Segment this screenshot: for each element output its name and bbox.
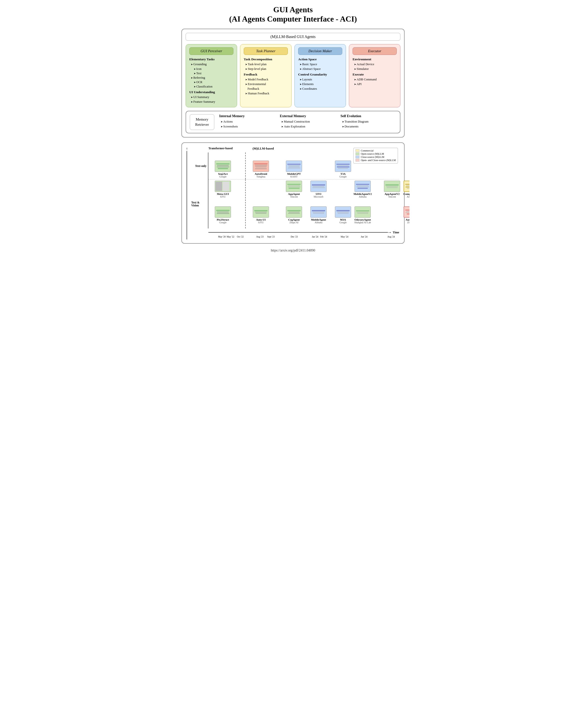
- col-task-planner-section1: Task Decomposition Task-level plan Step-…: [244, 57, 288, 71]
- divider-text-only: [245, 153, 246, 179]
- actual-device-item: Actual Device: [354, 62, 397, 67]
- col-task-planner-section2: Feedback Model Feedback Environmental Fe…: [244, 73, 288, 96]
- appagent-thumb: [286, 181, 302, 192]
- y-axis: ↑: [184, 147, 189, 239]
- odysseyagent-org: Shanghai AI Lab: [354, 221, 371, 224]
- time-feb24: Feb '24: [320, 236, 327, 238]
- agent-appagentv2: AppAgentV2 Tencent: [382, 181, 402, 198]
- legend-close-source: Close-source (M)LLM: [356, 156, 396, 158]
- agent-ufo: UFO Microsoft: [309, 181, 328, 198]
- control-granularity-title: Control Granularity: [298, 73, 342, 76]
- legend-box: Commercial Open-source (M)LLM Close-sour…: [353, 148, 398, 163]
- text-vision-row: Meta-GUI SJTU Pix2Struct Google: [208, 179, 399, 229]
- mllm-title-label: (M)LLM-Based GUI Agents: [186, 33, 400, 41]
- time-jan24: Jan '24: [312, 236, 318, 238]
- m3a-org: Google: [339, 221, 347, 224]
- autodroid-thumb: [253, 160, 269, 172]
- seq2act-name: Seq2Act: [218, 172, 228, 175]
- internal-memory-section: Internal Memory Actions Screenshots: [219, 114, 275, 129]
- four-columns: GUI Perceiver Elementary Tasks Grounding…: [186, 44, 400, 107]
- task-decomposition-title: Task Decomposition: [244, 57, 288, 61]
- legend-label-open-source: Open-source (M)LLM: [361, 153, 384, 155]
- environment-title: Environment: [353, 57, 397, 61]
- mobilegpt-org: KAIST: [290, 175, 298, 178]
- col-executor-section1: Environment Actual Device Simulator: [353, 57, 397, 71]
- odysseyagent-name: OdysseyAgent: [354, 218, 371, 221]
- page-url: https://arxiv.org/pdf/2411.04890: [181, 249, 405, 253]
- divider-text-vision: [245, 179, 246, 229]
- timeline-wrapper: ↑ Text-only Text & Vision Transformer-ba…: [184, 147, 399, 239]
- time-label: Time: [393, 231, 399, 234]
- auto-ui-thumb: [253, 206, 269, 218]
- col-decision-maker-header: Decision Maker: [298, 47, 342, 55]
- legend-color-open-close: [356, 159, 359, 161]
- referring-item: Referring: [191, 76, 233, 80]
- time-may20: May '20: [218, 236, 226, 238]
- ocr-item: OCR: [194, 80, 233, 84]
- icon-item: Icon: [194, 67, 233, 71]
- time-may24: May '24: [340, 236, 348, 238]
- ufo-org: Microsoft: [313, 196, 323, 198]
- appagentv2-name: AppAgentV2: [384, 192, 400, 196]
- odysseyagent-thumb: [355, 206, 371, 218]
- top-diagram: (M)LLM-Based GUI Agents GUI Perceiver El…: [181, 29, 405, 137]
- api-item: API: [354, 82, 397, 86]
- mobileagentv2-thumb: [355, 181, 371, 192]
- classification-item: Classification: [194, 84, 233, 89]
- human-feedback-item: Human Feedback: [245, 91, 288, 96]
- auto-exploration-item: Auto Exploration: [281, 124, 335, 129]
- basic-space-item: Basic Space: [300, 62, 342, 67]
- seq2act-thumb: [215, 160, 231, 172]
- time-oct22: Oct '22: [237, 236, 244, 238]
- simulator-item: Simulator: [354, 67, 397, 71]
- screenshots-item: Screenshots: [221, 124, 275, 129]
- grounding-item: Grounding: [191, 62, 233, 67]
- agent-m3a: M3A Google: [333, 206, 353, 224]
- mobilegpt-name: MobileGPT: [287, 172, 301, 175]
- col-executor-section2: Execute ADB Command API: [353, 73, 397, 86]
- x-axis: → Time: [208, 230, 399, 235]
- timeline-plot: Transformer-based (M)LLM-based Commercia…: [208, 147, 399, 239]
- cogagent-name: CogAgent: [288, 218, 300, 221]
- abstract-space-item: Abstract Space: [300, 67, 342, 71]
- page-title: GUI Agents (AI Agents Computer Interface…: [181, 5, 405, 24]
- model-feedback-item: Model Feedback: [245, 77, 288, 82]
- feature-summary-item: Feature Summary: [191, 100, 233, 104]
- m3a-thumb: [335, 206, 351, 218]
- mllm-based-label: (M)LLM-based: [253, 147, 274, 151]
- plot-all: Seq2Act Google AutoDroid Tsin: [208, 153, 399, 239]
- col-decision-maker-section1: Action Space Basic Space Abstract Space: [298, 57, 342, 71]
- col-decision-maker-section2: Control Granularity Layouts Elements Coo…: [298, 73, 342, 91]
- legend-label-open-close: Open- and Close-source (M)LLM: [361, 159, 396, 161]
- col-executor-header: Executor: [353, 47, 397, 55]
- self-evolution-section: Self Evolution Transition Diagram Docume…: [340, 114, 396, 129]
- col-executor: Executor Environment Actual Device Simul…: [349, 44, 400, 107]
- execute-title: Execute: [353, 73, 397, 76]
- legend-color-open-source: [356, 153, 359, 155]
- transformer-label: Transformer-based: [208, 147, 233, 150]
- ufo-name: UFO: [315, 192, 321, 196]
- agent-mobilegpt: MobileGPT KAIST: [284, 160, 304, 178]
- legend-commercial: Commercial: [356, 149, 396, 152]
- coordinates-item: Coordinates: [300, 86, 342, 91]
- mobileagent-org: Alibaba: [314, 221, 323, 224]
- meta-gui-name: Meta-GUI: [217, 192, 229, 196]
- col-decision-maker: Decision Maker Action Space Basic Space …: [295, 44, 346, 107]
- auto-ui-name: Auto-UI: [256, 218, 265, 221]
- col-gui-perceiver: GUI Perceiver Elementary Tasks Grounding…: [186, 44, 237, 107]
- cogagent-org: Zhipu AI: [289, 221, 298, 224]
- documents-item: Documents: [342, 124, 396, 129]
- env-feedback-item: Environmental Feedback: [245, 82, 288, 91]
- computer-use-name: Computer Use: [403, 192, 409, 196]
- self-evolution-title: Self Evolution: [340, 114, 396, 118]
- step-level-plan-item: Step-level plan: [245, 67, 288, 71]
- appagentv2-org: Tencent: [388, 196, 396, 198]
- mobileagent-thumb: [310, 206, 327, 218]
- agent-seq2act: Seq2Act Google: [213, 160, 232, 178]
- external-memory-section: External Memory Manual Construction Auto…: [280, 114, 335, 129]
- col-task-planner-header: Task Planner: [244, 47, 288, 55]
- y-axis-line: [186, 151, 187, 239]
- elements-item: Elements: [300, 82, 342, 86]
- col-gui-perceiver-section2: UI Understanding UI Summary Feature Summ…: [189, 90, 233, 104]
- action-space-title: Action Space: [298, 57, 342, 61]
